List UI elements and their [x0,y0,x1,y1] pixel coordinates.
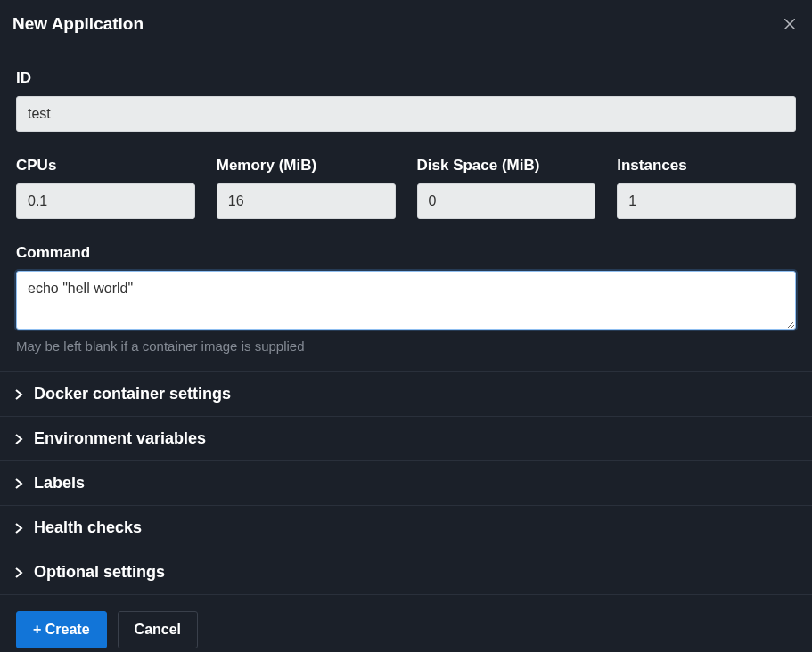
accordion-env-label: Environment variables [34,429,206,448]
chevron-right-icon [12,388,25,401]
modal-title: New Application [12,14,144,34]
accordion: Docker container settings Environment va… [0,371,812,595]
chevron-right-icon [12,433,25,445]
disk-field-group: Disk Space (MiB) [417,157,596,219]
close-icon[interactable] [782,16,798,32]
chevron-right-icon [12,566,25,579]
memory-field-group: Memory (MiB) [217,157,396,219]
id-field-group: ID [16,69,796,132]
instances-input[interactable] [617,183,796,219]
accordion-optional-label: Optional settings [34,563,165,582]
instances-field-group: Instances [617,157,796,219]
cpus-label: CPUs [16,157,195,175]
resources-row: CPUs Memory (MiB) Disk Space (MiB) Insta… [16,157,796,219]
form-area: ID CPUs Memory (MiB) Disk Space (MiB) In… [0,46,812,363]
command-help-text: May be left blank if a container image i… [16,338,796,354]
accordion-health[interactable]: Health checks [0,505,812,550]
memory-input[interactable] [217,183,396,219]
cancel-button[interactable]: Cancel [118,611,198,648]
cpus-field-group: CPUs [16,157,195,219]
disk-input[interactable] [417,183,596,219]
id-label: ID [16,69,796,87]
accordion-labels[interactable]: Labels [0,460,812,505]
command-field-group: Command May be left blank if a container… [16,244,796,354]
accordion-optional[interactable]: Optional settings [0,550,812,595]
instances-label: Instances [617,157,796,175]
id-input[interactable] [16,96,796,132]
memory-label: Memory (MiB) [217,157,396,175]
accordion-env[interactable]: Environment variables [0,416,812,460]
modal-footer: + Create Cancel [0,595,812,652]
create-button[interactable]: + Create [16,611,107,648]
disk-label: Disk Space (MiB) [417,157,596,175]
cpus-input[interactable] [16,183,195,219]
modal-header: New Application [0,0,812,46]
new-application-modal: New Application ID CPUs Memory (MiB) Dis… [0,0,812,652]
chevron-right-icon [12,477,25,490]
command-label: Command [16,244,796,262]
accordion-labels-label: Labels [34,474,85,493]
chevron-right-icon [12,522,25,534]
accordion-docker-label: Docker container settings [34,385,231,403]
accordion-health-label: Health checks [34,518,142,537]
command-input[interactable] [16,271,796,330]
accordion-docker[interactable]: Docker container settings [0,371,812,416]
